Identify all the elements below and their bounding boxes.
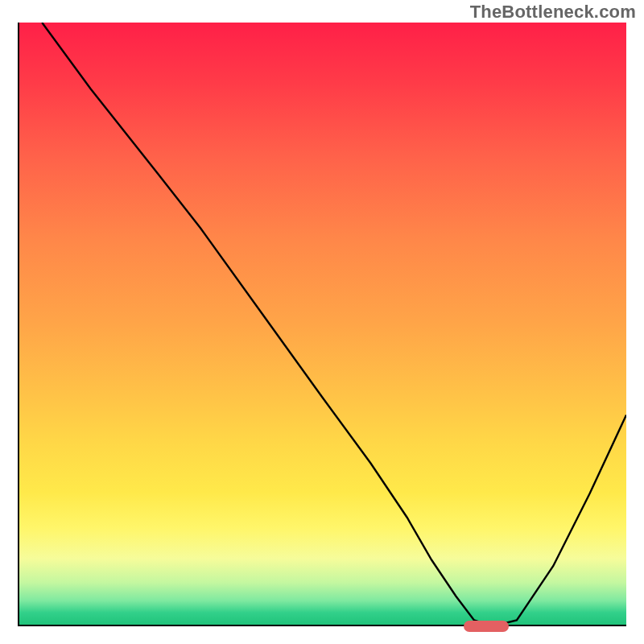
watermark-text: TheBottleneck.com: [470, 2, 636, 23]
chart-optimal-marker: [464, 621, 509, 632]
chart-frame: [18, 23, 626, 626]
chart-gradient-plot: [18, 23, 626, 626]
